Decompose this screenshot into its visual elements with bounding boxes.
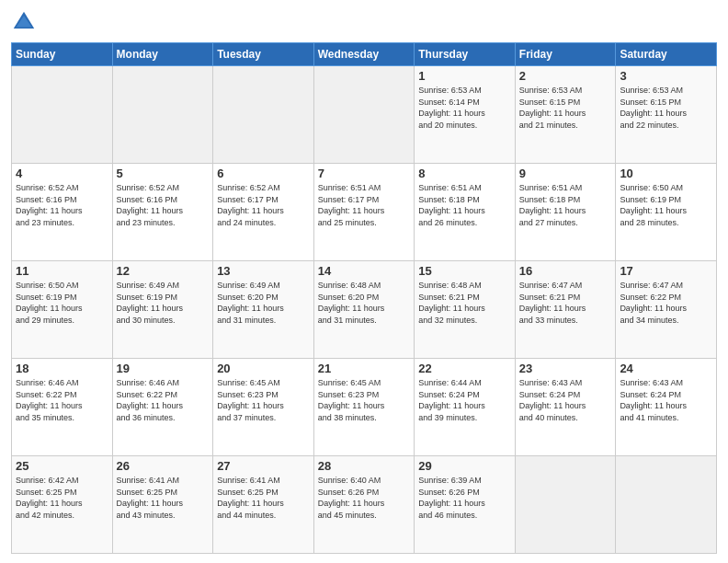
day-info: Sunrise: 6:43 AM Sunset: 6:24 PM Dayligh…	[620, 377, 712, 423]
day-number: 5	[117, 167, 210, 180]
day-number: 11	[16, 264, 108, 278]
day-number: 2	[519, 69, 612, 83]
day-of-week-header: Friday	[515, 43, 616, 66]
day-number: 12	[117, 264, 210, 278]
day-number: 1	[418, 69, 511, 83]
day-number: 9	[519, 167, 612, 180]
day-number: 18	[16, 362, 108, 375]
calendar-table: SundayMondayTuesdayWednesdayThursdayFrid…	[11, 42, 717, 554]
day-info: Sunrise: 6:45 AM Sunset: 6:23 PM Dayligh…	[217, 377, 310, 423]
calendar-day-cell: 9Sunrise: 6:51 AM Sunset: 6:18 PM Daylig…	[515, 164, 616, 261]
calendar-day-cell: 25Sunrise: 6:42 AM Sunset: 6:25 PM Dayli…	[12, 456, 113, 554]
calendar-day-cell: 21Sunrise: 6:45 AM Sunset: 6:23 PM Dayli…	[313, 359, 415, 456]
calendar-day-cell	[213, 66, 314, 164]
calendar-day-cell: 6Sunrise: 6:52 AM Sunset: 6:17 PM Daylig…	[213, 164, 314, 261]
calendar-week-row: 1Sunrise: 6:53 AM Sunset: 6:14 PM Daylig…	[12, 66, 717, 164]
calendar-day-cell: 20Sunrise: 6:45 AM Sunset: 6:23 PM Dayli…	[213, 359, 314, 456]
day-number: 29	[418, 459, 511, 473]
day-of-week-header: Sunday	[12, 43, 113, 66]
calendar-day-cell: 13Sunrise: 6:49 AM Sunset: 6:20 PM Dayli…	[213, 261, 314, 359]
day-info: Sunrise: 6:46 AM Sunset: 6:22 PM Dayligh…	[117, 377, 210, 423]
day-of-week-header: Saturday	[616, 43, 717, 66]
day-info: Sunrise: 6:53 AM Sunset: 6:14 PM Dayligh…	[418, 85, 511, 131]
day-number: 3	[620, 69, 712, 83]
day-number: 15	[418, 264, 511, 278]
calendar-body: 1Sunrise: 6:53 AM Sunset: 6:14 PM Daylig…	[12, 66, 717, 554]
calendar-day-cell: 4Sunrise: 6:52 AM Sunset: 6:16 PM Daylig…	[12, 164, 113, 261]
day-info: Sunrise: 6:49 AM Sunset: 6:19 PM Dayligh…	[117, 280, 210, 326]
days-of-week-row: SundayMondayTuesdayWednesdayThursdayFrid…	[12, 43, 717, 66]
day-number: 21	[318, 362, 411, 375]
calendar-day-cell: 7Sunrise: 6:51 AM Sunset: 6:17 PM Daylig…	[313, 164, 415, 261]
day-info: Sunrise: 6:41 AM Sunset: 6:25 PM Dayligh…	[217, 475, 310, 521]
day-info: Sunrise: 6:51 AM Sunset: 6:17 PM Dayligh…	[318, 182, 411, 228]
day-info: Sunrise: 6:42 AM Sunset: 6:25 PM Dayligh…	[16, 475, 108, 521]
calendar-week-row: 4Sunrise: 6:52 AM Sunset: 6:16 PM Daylig…	[12, 164, 717, 261]
day-info: Sunrise: 6:47 AM Sunset: 6:22 PM Dayligh…	[620, 280, 712, 326]
calendar-day-cell: 1Sunrise: 6:53 AM Sunset: 6:14 PM Daylig…	[415, 66, 516, 164]
day-number: 23	[519, 362, 612, 375]
calendar-day-cell: 10Sunrise: 6:50 AM Sunset: 6:19 PM Dayli…	[616, 164, 717, 261]
calendar-day-cell: 27Sunrise: 6:41 AM Sunset: 6:25 PM Dayli…	[213, 456, 314, 554]
day-info: Sunrise: 6:51 AM Sunset: 6:18 PM Dayligh…	[519, 182, 612, 228]
day-of-week-header: Monday	[112, 43, 213, 66]
day-number: 17	[620, 264, 712, 278]
calendar-day-cell: 26Sunrise: 6:41 AM Sunset: 6:25 PM Dayli…	[112, 456, 213, 554]
day-of-week-header: Thursday	[415, 43, 516, 66]
calendar-header: SundayMondayTuesdayWednesdayThursdayFrid…	[12, 43, 717, 66]
calendar-day-cell: 19Sunrise: 6:46 AM Sunset: 6:22 PM Dayli…	[112, 359, 213, 456]
day-of-week-header: Wednesday	[313, 43, 415, 66]
day-info: Sunrise: 6:50 AM Sunset: 6:19 PM Dayligh…	[620, 182, 712, 228]
day-info: Sunrise: 6:48 AM Sunset: 6:20 PM Dayligh…	[318, 280, 411, 326]
day-number: 16	[519, 264, 612, 278]
day-info: Sunrise: 6:44 AM Sunset: 6:24 PM Dayligh…	[418, 377, 511, 423]
day-info: Sunrise: 6:45 AM Sunset: 6:23 PM Dayligh…	[318, 377, 411, 423]
calendar-day-cell: 8Sunrise: 6:51 AM Sunset: 6:18 PM Daylig…	[415, 164, 516, 261]
day-of-week-header: Tuesday	[213, 43, 314, 66]
day-number: 13	[217, 264, 310, 278]
calendar-day-cell: 22Sunrise: 6:44 AM Sunset: 6:24 PM Dayli…	[415, 359, 516, 456]
calendar-day-cell: 16Sunrise: 6:47 AM Sunset: 6:21 PM Dayli…	[515, 261, 616, 359]
calendar-day-cell: 29Sunrise: 6:39 AM Sunset: 6:26 PM Dayli…	[415, 456, 516, 554]
day-number: 6	[217, 167, 310, 180]
calendar-day-cell: 24Sunrise: 6:43 AM Sunset: 6:24 PM Dayli…	[616, 359, 717, 456]
day-number: 22	[418, 362, 511, 375]
day-info: Sunrise: 6:52 AM Sunset: 6:16 PM Dayligh…	[117, 182, 210, 228]
calendar-day-cell: 17Sunrise: 6:47 AM Sunset: 6:22 PM Dayli…	[616, 261, 717, 359]
day-info: Sunrise: 6:53 AM Sunset: 6:15 PM Dayligh…	[519, 85, 612, 131]
calendar-day-cell: 2Sunrise: 6:53 AM Sunset: 6:15 PM Daylig…	[515, 66, 616, 164]
calendar-day-cell: 3Sunrise: 6:53 AM Sunset: 6:15 PM Daylig…	[616, 66, 717, 164]
day-info: Sunrise: 6:51 AM Sunset: 6:18 PM Dayligh…	[418, 182, 511, 228]
logo-icon	[11, 9, 37, 35]
day-number: 7	[318, 167, 411, 180]
day-info: Sunrise: 6:52 AM Sunset: 6:16 PM Dayligh…	[16, 182, 108, 228]
calendar-day-cell	[616, 456, 717, 554]
day-info: Sunrise: 6:52 AM Sunset: 6:17 PM Dayligh…	[217, 182, 310, 228]
day-number: 26	[117, 459, 210, 473]
day-info: Sunrise: 6:50 AM Sunset: 6:19 PM Dayligh…	[16, 280, 108, 326]
day-info: Sunrise: 6:47 AM Sunset: 6:21 PM Dayligh…	[519, 280, 612, 326]
calendar-day-cell: 5Sunrise: 6:52 AM Sunset: 6:16 PM Daylig…	[112, 164, 213, 261]
calendar-week-row: 25Sunrise: 6:42 AM Sunset: 6:25 PM Dayli…	[12, 456, 717, 554]
day-number: 10	[620, 167, 712, 180]
day-info: Sunrise: 6:39 AM Sunset: 6:26 PM Dayligh…	[418, 475, 511, 521]
calendar-day-cell	[112, 66, 213, 164]
calendar-day-cell: 14Sunrise: 6:48 AM Sunset: 6:20 PM Dayli…	[313, 261, 415, 359]
day-info: Sunrise: 6:48 AM Sunset: 6:21 PM Dayligh…	[418, 280, 511, 326]
day-info: Sunrise: 6:41 AM Sunset: 6:25 PM Dayligh…	[117, 475, 210, 521]
day-number: 14	[318, 264, 411, 278]
day-number: 28	[318, 459, 411, 473]
day-number: 25	[16, 459, 108, 473]
calendar-day-cell: 28Sunrise: 6:40 AM Sunset: 6:26 PM Dayli…	[313, 456, 415, 554]
calendar-week-row: 18Sunrise: 6:46 AM Sunset: 6:22 PM Dayli…	[12, 359, 717, 456]
page: SundayMondayTuesdayWednesdayThursdayFrid…	[0, 0, 728, 563]
calendar-day-cell: 11Sunrise: 6:50 AM Sunset: 6:19 PM Dayli…	[12, 261, 113, 359]
day-number: 4	[16, 167, 108, 180]
calendar-week-row: 11Sunrise: 6:50 AM Sunset: 6:19 PM Dayli…	[12, 261, 717, 359]
calendar-day-cell	[515, 456, 616, 554]
header	[11, 9, 717, 35]
day-number: 8	[418, 167, 511, 180]
calendar-day-cell: 18Sunrise: 6:46 AM Sunset: 6:22 PM Dayli…	[12, 359, 113, 456]
calendar-day-cell: 12Sunrise: 6:49 AM Sunset: 6:19 PM Dayli…	[112, 261, 213, 359]
calendar-day-cell: 15Sunrise: 6:48 AM Sunset: 6:21 PM Dayli…	[415, 261, 516, 359]
